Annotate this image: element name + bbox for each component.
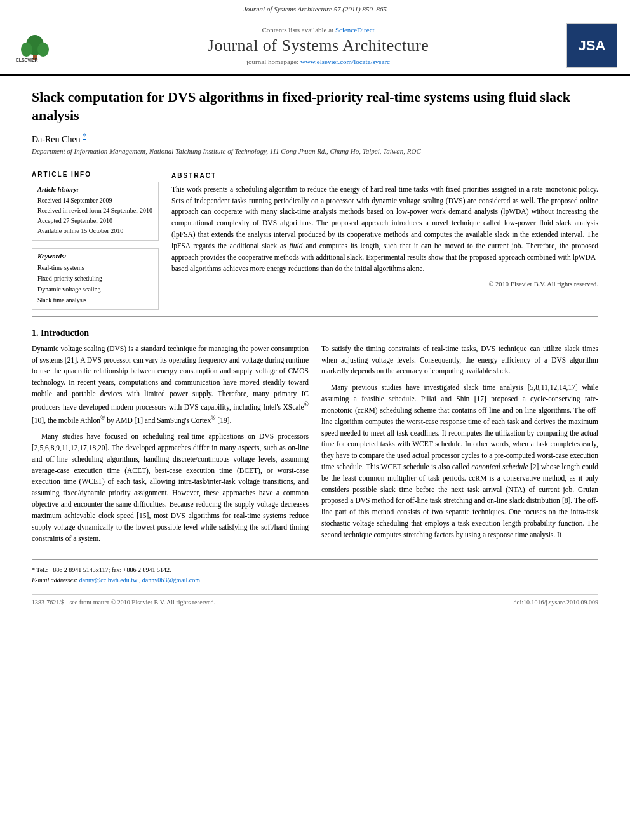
doi-text: doi:10.1016/j.sysarc.2010.09.009 bbox=[513, 599, 598, 606]
history-title: Article history: bbox=[37, 186, 153, 193]
intro-p3: To satisfy the timing constraints of rea… bbox=[321, 343, 598, 377]
intro-col-left: Dynamic voltage scaling (DVS) is a stand… bbox=[32, 343, 309, 549]
intro-p4: Many previous studies have investigated … bbox=[321, 382, 598, 540]
intro-p1: Dynamic voltage scaling (DVS) is a stand… bbox=[32, 343, 309, 426]
article-info-heading: ARTICLE INFO bbox=[32, 171, 159, 178]
keyword-1: Real-time systems bbox=[37, 262, 153, 273]
top-bar: Journal of Systems Architecture 57 (2011… bbox=[0, 0, 630, 17]
svg-point-2 bbox=[21, 43, 32, 57]
info-abstract-section: ARTICLE INFO Article history: Received 1… bbox=[32, 171, 598, 310]
footnote-tel-text: Tel.: +886 2 8941 5143x117; fax: +886 2 … bbox=[36, 566, 171, 573]
footnote-email: E-mail addresses: danny@cc.hwh.edu.tw , … bbox=[32, 575, 598, 585]
journal-citation: Journal of Systems Architecture 57 (2011… bbox=[243, 5, 387, 13]
affiliation: Department of Information Management, Na… bbox=[32, 147, 598, 155]
intro-col-right: To satisfy the timing constraints of rea… bbox=[321, 343, 598, 549]
elsevier-logo: ELSEVIER bbox=[13, 27, 70, 65]
journal-homepage: journal homepage: www.elsevier.com/locat… bbox=[76, 58, 560, 65]
author-name: Da-Ren Chen * bbox=[32, 132, 598, 145]
issn-text: 1383-7621/$ - see front matter © 2010 El… bbox=[32, 599, 215, 606]
abstract-text: This work presents a scheduling algorith… bbox=[171, 184, 598, 275]
article-info-col: ARTICLE INFO Article history: Received 1… bbox=[32, 171, 159, 310]
copyright-line: © 2010 Elsevier B.V. All rights reserved… bbox=[171, 279, 598, 290]
svg-text:ELSEVIER: ELSEVIER bbox=[16, 58, 38, 62]
jsa-logo-box: JSA bbox=[566, 23, 617, 68]
homepage-link[interactable]: www.elsevier.com/locate/sysarc bbox=[300, 58, 390, 65]
history-received: Received 14 September 2009 bbox=[37, 196, 153, 206]
divider-mid bbox=[32, 316, 598, 317]
intro-p2: Many studies have focused on scheduling … bbox=[32, 431, 309, 544]
journal-title: Journal of Systems Architecture bbox=[76, 36, 560, 55]
journal-center: Contents lists available at ScienceDirec… bbox=[76, 26, 560, 65]
main-content: Slack computation for DVS algorithms in … bbox=[0, 76, 630, 618]
sciencedirect-line: Contents lists available at ScienceDirec… bbox=[76, 26, 560, 34]
abstract-col: ABSTRACT This work presents a scheduling… bbox=[171, 171, 598, 310]
intro-body: Dynamic voltage scaling (DVS) is a stand… bbox=[32, 343, 598, 549]
journal-header: ELSEVIER Contents lists available at Sci… bbox=[0, 17, 630, 76]
keyword-3: Dynamic voltage scaling bbox=[37, 284, 153, 295]
bottom-bar: 1383-7621/$ - see front matter © 2010 El… bbox=[32, 594, 598, 606]
page: Journal of Systems Architecture 57 (2011… bbox=[0, 0, 630, 840]
svg-point-3 bbox=[37, 43, 49, 57]
section-num: 1. Introduction bbox=[32, 328, 89, 338]
keyword-4: Slack time analysis bbox=[37, 295, 153, 305]
keyword-2: Fixed-priority scheduling bbox=[37, 273, 153, 284]
intro-section: 1. Introduction Dynamic voltage scaling … bbox=[32, 328, 598, 549]
history-accepted: Accepted 27 September 2010 bbox=[37, 216, 153, 226]
sciencedirect-link[interactable]: ScienceDirect bbox=[335, 26, 375, 34]
intro-title: 1. Introduction bbox=[32, 328, 598, 338]
author-footnote-link[interactable]: * bbox=[83, 132, 86, 140]
history-block: Article history: Received 14 September 2… bbox=[32, 182, 159, 241]
footnote-tel: * Tel.: +886 2 8941 5143x117; fax: +886 … bbox=[32, 565, 598, 575]
divider-top bbox=[32, 164, 598, 164]
footnote-email-link1[interactable]: danny@cc.hwh.edu.tw bbox=[79, 577, 138, 583]
keywords-block: Keywords: Real-time systems Fixed-priori… bbox=[32, 248, 159, 310]
keywords-title: Keywords: bbox=[37, 253, 153, 260]
footnote-email-link2[interactable]: danny063@gmail.com bbox=[142, 577, 200, 583]
footnote-email-label: E-mail addresses: bbox=[32, 577, 79, 583]
article-title: Slack computation for DVS algorithms in … bbox=[32, 88, 598, 124]
history-revised: Received in revised form 24 September 20… bbox=[37, 206, 153, 216]
footnote-area: * Tel.: +886 2 8941 5143x117; fax: +886 … bbox=[32, 559, 598, 585]
history-online: Available online 15 October 2010 bbox=[37, 226, 153, 236]
abstract-heading: ABSTRACT bbox=[171, 171, 598, 180]
